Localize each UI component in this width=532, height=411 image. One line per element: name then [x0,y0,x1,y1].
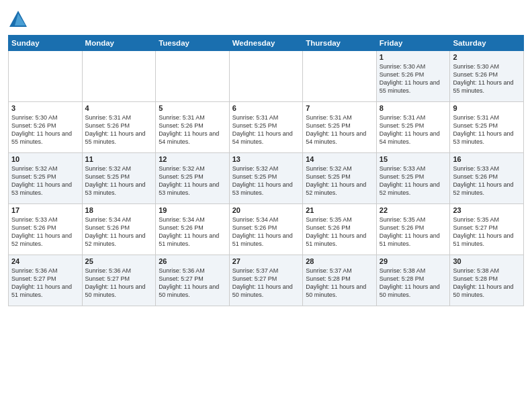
day-info: Sunrise: 5:33 AM Sunset: 5:26 PM Dayligh… [453,165,521,197]
day-cell: 11Sunrise: 5:32 AM Sunset: 5:25 PM Dayli… [82,153,156,204]
header-cell-sunday: Sunday [9,36,83,51]
day-info: Sunrise: 5:37 AM Sunset: 5:27 PM Dayligh… [232,267,300,300]
calendar-body: 1Sunrise: 5:30 AM Sunset: 5:26 PM Daylig… [9,51,524,306]
day-cell: 15Sunrise: 5:33 AM Sunset: 5:25 PM Dayli… [376,153,450,204]
day-number: 30 [453,257,521,265]
day-cell: 29Sunrise: 5:38 AM Sunset: 5:28 PM Dayli… [376,255,450,306]
day-cell: 20Sunrise: 5:34 AM Sunset: 5:26 PM Dayli… [229,204,303,255]
week-row-1: 1Sunrise: 5:30 AM Sunset: 5:26 PM Daylig… [9,51,524,102]
week-row-5: 24Sunrise: 5:36 AM Sunset: 5:27 PM Dayli… [9,255,524,306]
day-info: Sunrise: 5:36 AM Sunset: 5:27 PM Dayligh… [11,267,79,300]
day-cell: 3Sunrise: 5:30 AM Sunset: 5:26 PM Daylig… [9,102,83,153]
day-cell: 14Sunrise: 5:32 AM Sunset: 5:25 PM Dayli… [303,153,377,204]
logo-icon [8,9,28,30]
day-number: 19 [159,206,226,214]
day-info: Sunrise: 5:35 AM Sunset: 5:26 PM Dayligh… [306,216,373,248]
day-number: 27 [232,257,300,265]
day-info: Sunrise: 5:31 AM Sunset: 5:25 PM Dayligh… [306,113,373,146]
day-info: Sunrise: 5:31 AM Sunset: 5:25 PM Dayligh… [380,113,447,146]
day-cell: 6Sunrise: 5:31 AM Sunset: 5:25 PM Daylig… [229,102,303,153]
day-number: 22 [380,206,447,214]
header-cell-saturday: Saturday [450,36,524,51]
day-number: 16 [453,155,521,163]
day-info: Sunrise: 5:38 AM Sunset: 5:28 PM Dayligh… [453,267,521,300]
day-number: 2 [453,53,521,61]
day-number: 7 [306,104,373,112]
day-cell: 1Sunrise: 5:30 AM Sunset: 5:26 PM Daylig… [376,51,450,102]
day-info: Sunrise: 5:31 AM Sunset: 5:26 PM Dayligh… [159,113,226,146]
day-info: Sunrise: 5:32 AM Sunset: 5:25 PM Dayligh… [85,165,153,197]
week-row-2: 3Sunrise: 5:30 AM Sunset: 5:26 PM Daylig… [9,102,524,153]
day-cell: 27Sunrise: 5:37 AM Sunset: 5:27 PM Dayli… [229,255,303,306]
header-cell-monday: Monday [82,36,156,51]
day-info: Sunrise: 5:35 AM Sunset: 5:27 PM Dayligh… [453,216,521,248]
day-info: Sunrise: 5:36 AM Sunset: 5:27 PM Dayligh… [85,267,153,300]
day-info: Sunrise: 5:32 AM Sunset: 5:25 PM Dayligh… [306,165,373,197]
header [8,7,524,30]
day-info: Sunrise: 5:31 AM Sunset: 5:25 PM Dayligh… [232,113,300,146]
header-cell-tuesday: Tuesday [156,36,230,51]
logo [8,9,31,30]
calendar-header: SundayMondayTuesdayWednesdayThursdayFrid… [9,36,524,51]
day-cell: 23Sunrise: 5:35 AM Sunset: 5:27 PM Dayli… [450,204,524,255]
day-cell: 17Sunrise: 5:33 AM Sunset: 5:26 PM Dayli… [9,204,83,255]
day-info: Sunrise: 5:31 AM Sunset: 5:26 PM Dayligh… [85,113,153,146]
day-number: 8 [380,104,447,112]
day-info: Sunrise: 5:30 AM Sunset: 5:26 PM Dayligh… [380,62,447,95]
day-cell: 28Sunrise: 5:37 AM Sunset: 5:28 PM Dayli… [303,255,377,306]
day-number: 5 [159,104,226,112]
day-info: Sunrise: 5:38 AM Sunset: 5:28 PM Dayligh… [380,267,447,300]
day-info: Sunrise: 5:34 AM Sunset: 5:26 PM Dayligh… [232,216,300,248]
day-cell: 10Sunrise: 5:32 AM Sunset: 5:25 PM Dayli… [9,153,83,204]
header-cell-friday: Friday [376,36,450,51]
day-cell: 19Sunrise: 5:34 AM Sunset: 5:26 PM Dayli… [156,204,230,255]
header-row: SundayMondayTuesdayWednesdayThursdayFrid… [9,36,524,51]
day-cell: 5Sunrise: 5:31 AM Sunset: 5:26 PM Daylig… [156,102,230,153]
day-cell: 13Sunrise: 5:32 AM Sunset: 5:25 PM Dayli… [229,153,303,204]
day-info: Sunrise: 5:36 AM Sunset: 5:27 PM Dayligh… [159,267,226,300]
day-number: 24 [11,257,79,265]
day-info: Sunrise: 5:31 AM Sunset: 5:25 PM Dayligh… [453,113,521,146]
day-number: 6 [232,104,300,112]
day-number: 29 [380,257,447,265]
day-number: 10 [11,155,79,163]
day-cell: 24Sunrise: 5:36 AM Sunset: 5:27 PM Dayli… [9,255,83,306]
day-number: 25 [85,257,153,265]
day-number: 20 [232,206,300,214]
day-number: 12 [159,155,226,163]
day-number: 14 [306,155,373,163]
day-cell [82,51,156,102]
day-info: Sunrise: 5:30 AM Sunset: 5:26 PM Dayligh… [11,113,79,146]
day-cell: 25Sunrise: 5:36 AM Sunset: 5:27 PM Dayli… [82,255,156,306]
day-number: 17 [11,206,79,214]
day-cell: 16Sunrise: 5:33 AM Sunset: 5:26 PM Dayli… [450,153,524,204]
day-cell: 30Sunrise: 5:38 AM Sunset: 5:28 PM Dayli… [450,255,524,306]
day-info: Sunrise: 5:35 AM Sunset: 5:26 PM Dayligh… [380,216,447,248]
day-number: 1 [380,53,447,61]
day-cell: 9Sunrise: 5:31 AM Sunset: 5:25 PM Daylig… [450,102,524,153]
day-info: Sunrise: 5:34 AM Sunset: 5:26 PM Dayligh… [159,216,226,248]
day-number: 18 [85,206,153,214]
day-number: 3 [11,104,79,112]
day-cell: 21Sunrise: 5:35 AM Sunset: 5:26 PM Dayli… [303,204,377,255]
day-number: 9 [453,104,521,112]
calendar-table: SundayMondayTuesdayWednesdayThursdayFrid… [8,35,524,306]
day-number: 21 [306,206,373,214]
day-number: 13 [232,155,300,163]
day-cell: 8Sunrise: 5:31 AM Sunset: 5:25 PM Daylig… [376,102,450,153]
day-cell: 12Sunrise: 5:32 AM Sunset: 5:25 PM Dayli… [156,153,230,204]
day-info: Sunrise: 5:32 AM Sunset: 5:25 PM Dayligh… [159,165,226,197]
day-info: Sunrise: 5:32 AM Sunset: 5:25 PM Dayligh… [232,165,300,197]
day-info: Sunrise: 5:30 AM Sunset: 5:26 PM Dayligh… [453,62,521,95]
day-cell: 22Sunrise: 5:35 AM Sunset: 5:26 PM Dayli… [376,204,450,255]
day-number: 11 [85,155,153,163]
day-number: 15 [380,155,447,163]
day-info: Sunrise: 5:32 AM Sunset: 5:25 PM Dayligh… [11,165,79,197]
day-number: 26 [159,257,226,265]
day-cell [303,51,377,102]
day-number: 28 [306,257,373,265]
week-row-3: 10Sunrise: 5:32 AM Sunset: 5:25 PM Dayli… [9,153,524,204]
day-cell [229,51,303,102]
day-number: 4 [85,104,153,112]
day-number: 23 [453,206,521,214]
